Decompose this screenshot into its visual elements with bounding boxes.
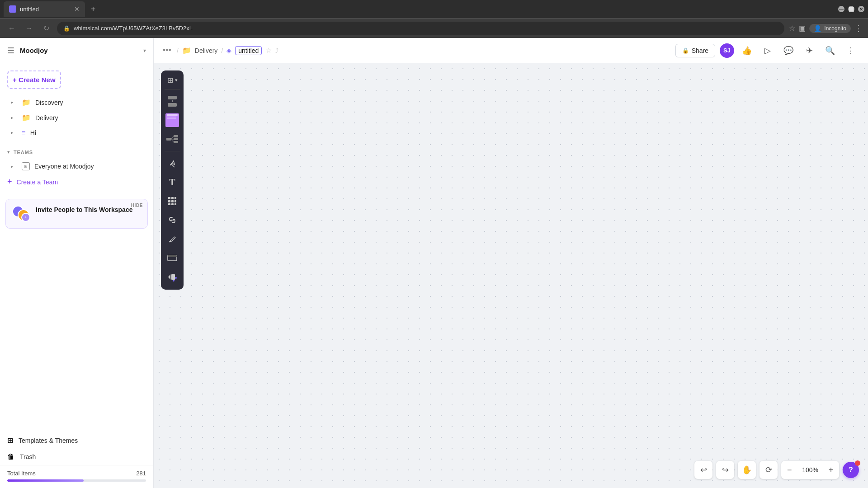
active-tab[interactable]: untitled ✕	[4, 1, 85, 17]
create-team-button[interactable]: + Create a Team	[0, 174, 153, 190]
arrow-tool-button[interactable]	[163, 154, 181, 172]
svg-rect-12	[171, 200, 174, 202]
help-button[interactable]: ?	[843, 462, 859, 478]
zoom-out-button[interactable]: −	[781, 461, 797, 479]
trash-icon: 🗑	[7, 453, 14, 461]
sidebar-header: ☰ Moodjoy ▾	[0, 38, 153, 63]
sticky-note-tool-button[interactable]	[163, 111, 181, 129]
nav-item-label: Delivery	[35, 114, 58, 122]
forward-button[interactable]: →	[23, 22, 35, 35]
tab-bar: untitled ✕ + — ⬜ ✕	[0, 0, 868, 18]
send-button[interactable]: ✈	[801, 42, 817, 59]
hand-tool-button[interactable]: ✋	[738, 461, 756, 479]
nav-item-label: Hi	[30, 129, 36, 136]
browser-menu-button[interactable]: ⋮	[854, 23, 863, 33]
reload-button[interactable]: ↻	[40, 22, 52, 35]
tab-close-button[interactable]: ✕	[74, 5, 80, 13]
bookmark-icon[interactable]: ☆	[789, 24, 795, 33]
total-items-count: 281	[136, 470, 146, 477]
sidebar-item-discovery[interactable]: ▸ 📁 Discovery	[4, 95, 150, 110]
minimize-button[interactable]: —	[838, 6, 844, 12]
link-tool-button[interactable]	[163, 211, 181, 229]
tool-panel-header[interactable]: ⊞ ▾	[161, 74, 184, 86]
workspace-chevron-icon[interactable]: ▾	[143, 47, 146, 54]
history-button[interactable]: ⟳	[760, 461, 778, 479]
search-button[interactable]: 🔍	[822, 42, 838, 59]
trash-button[interactable]: 🗑 Trash	[0, 449, 153, 465]
pen-tool-button[interactable]	[163, 230, 181, 248]
lock-icon: 🔒	[63, 25, 70, 32]
svg-rect-2	[174, 138, 178, 140]
svg-rect-1	[174, 135, 178, 137]
sidebar-menu-button[interactable]: ☰	[7, 46, 14, 56]
team-item-everyone[interactable]: ▸ ⊞ Everyone at Moodjoy	[4, 159, 150, 174]
mindmap-tool-button[interactable]	[163, 130, 181, 148]
more-options-button[interactable]: ⋮	[843, 42, 859, 59]
teams-section: ▾ TEAMS ▸ ⊞ Everyone at Moodjoy + Create…	[0, 142, 153, 192]
svg-line-7	[172, 164, 175, 167]
svg-rect-14	[168, 203, 170, 205]
component-icon	[167, 272, 177, 282]
invite-avatar-group: +	[12, 206, 30, 222]
invite-hide-button[interactable]: HIDE	[131, 203, 143, 208]
present-button[interactable]: ▷	[760, 42, 776, 59]
plus-icon: +	[7, 177, 12, 187]
incognito-avatar: 👤	[814, 25, 821, 32]
invite-card[interactable]: HIDE + Invite People to This Workspace	[5, 199, 148, 229]
flowchart-tool-button[interactable]	[163, 92, 181, 110]
breadcrumb: / 📁 Delivery / ◈ untitled ☆ ⤴	[177, 46, 670, 55]
folder-icon: 📁	[22, 98, 31, 107]
zoom-in-button[interactable]: +	[823, 461, 839, 479]
link-icon	[167, 215, 177, 225]
tab-favicon	[9, 5, 16, 13]
svg-rect-15	[171, 203, 174, 205]
url-bar[interactable]: 🔒 whimsical.com/WTpU65WZAtXeZ3LBv5D2xL	[57, 22, 784, 35]
chevron-right-icon: ▸	[11, 164, 17, 169]
templates-icon: ⊞	[7, 436, 13, 445]
share-button[interactable]: 🔒 Share	[675, 44, 715, 57]
zoom-level[interactable]: 100%	[797, 466, 823, 474]
comments-button[interactable]: 💬	[780, 42, 797, 59]
breadcrumb-current-page[interactable]: untitled	[235, 46, 262, 55]
sidebar-item-hi[interactable]: ▸ ≡ Hi	[4, 126, 150, 140]
topbar-more-button[interactable]: •••	[163, 46, 171, 55]
invite-content: + Invite People to This Workspace	[12, 206, 141, 222]
close-button[interactable]: ✕	[858, 6, 864, 12]
text-tool-button[interactable]: T	[163, 173, 181, 191]
frame-icon	[167, 253, 177, 263]
redo-button[interactable]: ↪	[716, 461, 734, 479]
total-items-label: Total Items	[7, 470, 36, 477]
invite-text: Invite People to This Workspace	[36, 206, 141, 214]
frame-tool-button[interactable]	[163, 249, 181, 267]
text-icon: T	[169, 177, 175, 188]
svg-line-4	[171, 136, 174, 140]
like-button[interactable]: 👍	[739, 42, 755, 59]
sidebar-icon[interactable]: ▣	[799, 24, 806, 33]
component-tool-button[interactable]	[163, 268, 181, 286]
breadcrumb-share-icon[interactable]: ⤴	[275, 47, 278, 54]
undo-button[interactable]: ↩	[694, 461, 712, 479]
svg-rect-11	[168, 200, 170, 202]
canvas-area[interactable]: ⊞ ▾	[154, 63, 868, 488]
browser-chrome: untitled ✕ + — ⬜ ✕ ← → ↻ 🔒 whimsical.com…	[0, 0, 868, 38]
sticky-preview	[165, 113, 179, 127]
sidebar-item-delivery[interactable]: ▸ 📁 Delivery	[4, 110, 150, 125]
incognito-badge: 👤 Incognito	[809, 24, 851, 33]
chevron-right-icon: ▸	[11, 99, 17, 105]
teams-label: TEAMS	[14, 150, 33, 155]
new-tab-button[interactable]: +	[87, 3, 99, 15]
templates-themes-button[interactable]: ⊞ Templates & Themes	[0, 432, 153, 449]
breadcrumb-delivery-link[interactable]: Delivery	[195, 47, 218, 54]
svg-rect-9	[171, 197, 174, 199]
table-tool-button[interactable]	[163, 192, 181, 210]
invite-title: Invite People to This Workspace	[36, 206, 132, 213]
svg-rect-8	[168, 197, 170, 199]
maximize-button[interactable]: ⬜	[848, 6, 854, 12]
flowchart-preview	[165, 95, 179, 108]
breadcrumb-star-button[interactable]: ☆	[265, 46, 272, 55]
back-button[interactable]: ←	[5, 22, 18, 35]
teams-header[interactable]: ▾ TEAMS	[0, 147, 153, 159]
help-notification-badge	[855, 460, 860, 466]
create-new-button[interactable]: + Create New	[7, 70, 61, 89]
user-avatar[interactable]: SJ	[720, 43, 734, 58]
